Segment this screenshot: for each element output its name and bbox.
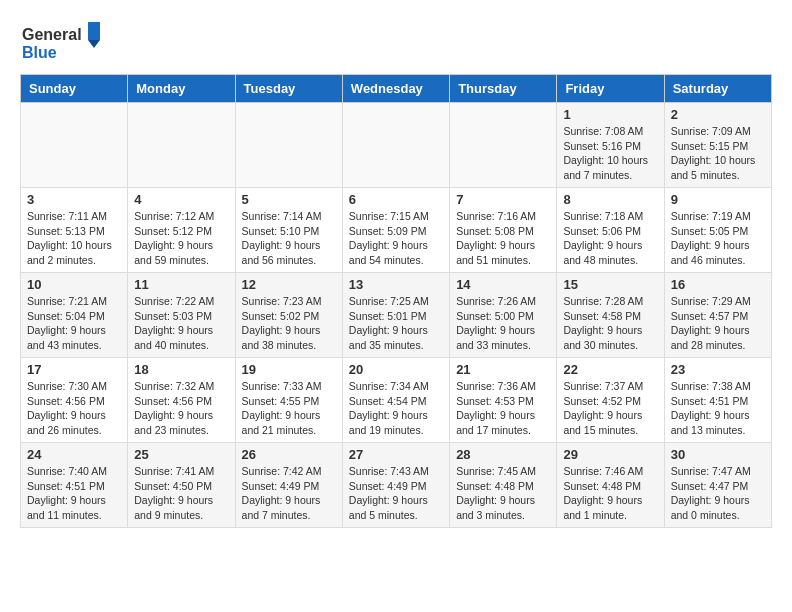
calendar-cell: 11Sunrise: 7:22 AM Sunset: 5:03 PM Dayli… <box>128 273 235 358</box>
day-info: Sunrise: 7:18 AM Sunset: 5:06 PM Dayligh… <box>563 209 657 268</box>
day-number: 30 <box>671 447 765 462</box>
weekday-header-saturday: Saturday <box>664 75 771 103</box>
day-info: Sunrise: 7:28 AM Sunset: 4:58 PM Dayligh… <box>563 294 657 353</box>
calendar-cell: 29Sunrise: 7:46 AM Sunset: 4:48 PM Dayli… <box>557 443 664 528</box>
calendar-cell: 9Sunrise: 7:19 AM Sunset: 5:05 PM Daylig… <box>664 188 771 273</box>
day-number: 3 <box>27 192 121 207</box>
day-info: Sunrise: 7:34 AM Sunset: 4:54 PM Dayligh… <box>349 379 443 438</box>
day-info: Sunrise: 7:21 AM Sunset: 5:04 PM Dayligh… <box>27 294 121 353</box>
day-number: 9 <box>671 192 765 207</box>
calendar-cell: 27Sunrise: 7:43 AM Sunset: 4:49 PM Dayli… <box>342 443 449 528</box>
weekday-header-row: SundayMondayTuesdayWednesdayThursdayFrid… <box>21 75 772 103</box>
day-info: Sunrise: 7:46 AM Sunset: 4:48 PM Dayligh… <box>563 464 657 523</box>
calendar-cell: 13Sunrise: 7:25 AM Sunset: 5:01 PM Dayli… <box>342 273 449 358</box>
svg-marker-1 <box>88 40 100 48</box>
day-info: Sunrise: 7:19 AM Sunset: 5:05 PM Dayligh… <box>671 209 765 268</box>
day-info: Sunrise: 7:33 AM Sunset: 4:55 PM Dayligh… <box>242 379 336 438</box>
calendar-cell: 25Sunrise: 7:41 AM Sunset: 4:50 PM Dayli… <box>128 443 235 528</box>
day-info: Sunrise: 7:25 AM Sunset: 5:01 PM Dayligh… <box>349 294 443 353</box>
day-number: 24 <box>27 447 121 462</box>
svg-text:General: General <box>22 26 82 43</box>
calendar-cell: 8Sunrise: 7:18 AM Sunset: 5:06 PM Daylig… <box>557 188 664 273</box>
weekday-header-monday: Monday <box>128 75 235 103</box>
day-info: Sunrise: 7:14 AM Sunset: 5:10 PM Dayligh… <box>242 209 336 268</box>
weekday-header-thursday: Thursday <box>450 75 557 103</box>
calendar-cell: 17Sunrise: 7:30 AM Sunset: 4:56 PM Dayli… <box>21 358 128 443</box>
day-number: 25 <box>134 447 228 462</box>
day-number: 10 <box>27 277 121 292</box>
calendar-cell: 6Sunrise: 7:15 AM Sunset: 5:09 PM Daylig… <box>342 188 449 273</box>
day-number: 11 <box>134 277 228 292</box>
calendar-week-row: 1Sunrise: 7:08 AM Sunset: 5:16 PM Daylig… <box>21 103 772 188</box>
day-info: Sunrise: 7:30 AM Sunset: 4:56 PM Dayligh… <box>27 379 121 438</box>
day-number: 2 <box>671 107 765 122</box>
calendar-cell <box>128 103 235 188</box>
day-number: 23 <box>671 362 765 377</box>
calendar-cell: 16Sunrise: 7:29 AM Sunset: 4:57 PM Dayli… <box>664 273 771 358</box>
day-info: Sunrise: 7:11 AM Sunset: 5:13 PM Dayligh… <box>27 209 121 268</box>
calendar-cell: 23Sunrise: 7:38 AM Sunset: 4:51 PM Dayli… <box>664 358 771 443</box>
day-info: Sunrise: 7:37 AM Sunset: 4:52 PM Dayligh… <box>563 379 657 438</box>
calendar-cell: 21Sunrise: 7:36 AM Sunset: 4:53 PM Dayli… <box>450 358 557 443</box>
day-info: Sunrise: 7:38 AM Sunset: 4:51 PM Dayligh… <box>671 379 765 438</box>
calendar-cell: 12Sunrise: 7:23 AM Sunset: 5:02 PM Dayli… <box>235 273 342 358</box>
day-info: Sunrise: 7:47 AM Sunset: 4:47 PM Dayligh… <box>671 464 765 523</box>
day-number: 26 <box>242 447 336 462</box>
calendar-cell: 18Sunrise: 7:32 AM Sunset: 4:56 PM Dayli… <box>128 358 235 443</box>
calendar-cell <box>235 103 342 188</box>
calendar-cell: 28Sunrise: 7:45 AM Sunset: 4:48 PM Dayli… <box>450 443 557 528</box>
calendar-cell: 1Sunrise: 7:08 AM Sunset: 5:16 PM Daylig… <box>557 103 664 188</box>
day-number: 6 <box>349 192 443 207</box>
day-info: Sunrise: 7:26 AM Sunset: 5:00 PM Dayligh… <box>456 294 550 353</box>
svg-marker-0 <box>88 22 100 40</box>
weekday-header-sunday: Sunday <box>21 75 128 103</box>
weekday-header-wednesday: Wednesday <box>342 75 449 103</box>
calendar-cell <box>342 103 449 188</box>
day-number: 29 <box>563 447 657 462</box>
day-number: 4 <box>134 192 228 207</box>
calendar-cell: 24Sunrise: 7:40 AM Sunset: 4:51 PM Dayli… <box>21 443 128 528</box>
calendar-cell <box>21 103 128 188</box>
day-number: 14 <box>456 277 550 292</box>
day-number: 28 <box>456 447 550 462</box>
day-number: 13 <box>349 277 443 292</box>
logo: GeneralBlue <box>20 20 110 64</box>
day-number: 7 <box>456 192 550 207</box>
calendar-cell: 26Sunrise: 7:42 AM Sunset: 4:49 PM Dayli… <box>235 443 342 528</box>
svg-text:Blue: Blue <box>22 44 57 61</box>
calendar-cell <box>450 103 557 188</box>
day-info: Sunrise: 7:41 AM Sunset: 4:50 PM Dayligh… <box>134 464 228 523</box>
day-number: 27 <box>349 447 443 462</box>
day-number: 16 <box>671 277 765 292</box>
day-number: 19 <box>242 362 336 377</box>
calendar-cell: 15Sunrise: 7:28 AM Sunset: 4:58 PM Dayli… <box>557 273 664 358</box>
day-info: Sunrise: 7:22 AM Sunset: 5:03 PM Dayligh… <box>134 294 228 353</box>
weekday-header-friday: Friday <box>557 75 664 103</box>
calendar-cell: 3Sunrise: 7:11 AM Sunset: 5:13 PM Daylig… <box>21 188 128 273</box>
calendar-cell: 22Sunrise: 7:37 AM Sunset: 4:52 PM Dayli… <box>557 358 664 443</box>
day-number: 15 <box>563 277 657 292</box>
day-number: 5 <box>242 192 336 207</box>
day-info: Sunrise: 7:09 AM Sunset: 5:15 PM Dayligh… <box>671 124 765 183</box>
calendar-cell: 4Sunrise: 7:12 AM Sunset: 5:12 PM Daylig… <box>128 188 235 273</box>
day-number: 17 <box>27 362 121 377</box>
day-info: Sunrise: 7:23 AM Sunset: 5:02 PM Dayligh… <box>242 294 336 353</box>
day-number: 22 <box>563 362 657 377</box>
day-info: Sunrise: 7:40 AM Sunset: 4:51 PM Dayligh… <box>27 464 121 523</box>
calendar-cell: 7Sunrise: 7:16 AM Sunset: 5:08 PM Daylig… <box>450 188 557 273</box>
calendar-week-row: 24Sunrise: 7:40 AM Sunset: 4:51 PM Dayli… <box>21 443 772 528</box>
day-number: 12 <box>242 277 336 292</box>
day-info: Sunrise: 7:08 AM Sunset: 5:16 PM Dayligh… <box>563 124 657 183</box>
calendar-cell: 10Sunrise: 7:21 AM Sunset: 5:04 PM Dayli… <box>21 273 128 358</box>
day-info: Sunrise: 7:16 AM Sunset: 5:08 PM Dayligh… <box>456 209 550 268</box>
day-info: Sunrise: 7:15 AM Sunset: 5:09 PM Dayligh… <box>349 209 443 268</box>
logo-svg: GeneralBlue <box>20 20 110 64</box>
day-info: Sunrise: 7:36 AM Sunset: 4:53 PM Dayligh… <box>456 379 550 438</box>
calendar-cell: 5Sunrise: 7:14 AM Sunset: 5:10 PM Daylig… <box>235 188 342 273</box>
calendar-cell: 20Sunrise: 7:34 AM Sunset: 4:54 PM Dayli… <box>342 358 449 443</box>
day-info: Sunrise: 7:45 AM Sunset: 4:48 PM Dayligh… <box>456 464 550 523</box>
calendar-cell: 19Sunrise: 7:33 AM Sunset: 4:55 PM Dayli… <box>235 358 342 443</box>
day-info: Sunrise: 7:42 AM Sunset: 4:49 PM Dayligh… <box>242 464 336 523</box>
calendar-week-row: 17Sunrise: 7:30 AM Sunset: 4:56 PM Dayli… <box>21 358 772 443</box>
day-info: Sunrise: 7:43 AM Sunset: 4:49 PM Dayligh… <box>349 464 443 523</box>
